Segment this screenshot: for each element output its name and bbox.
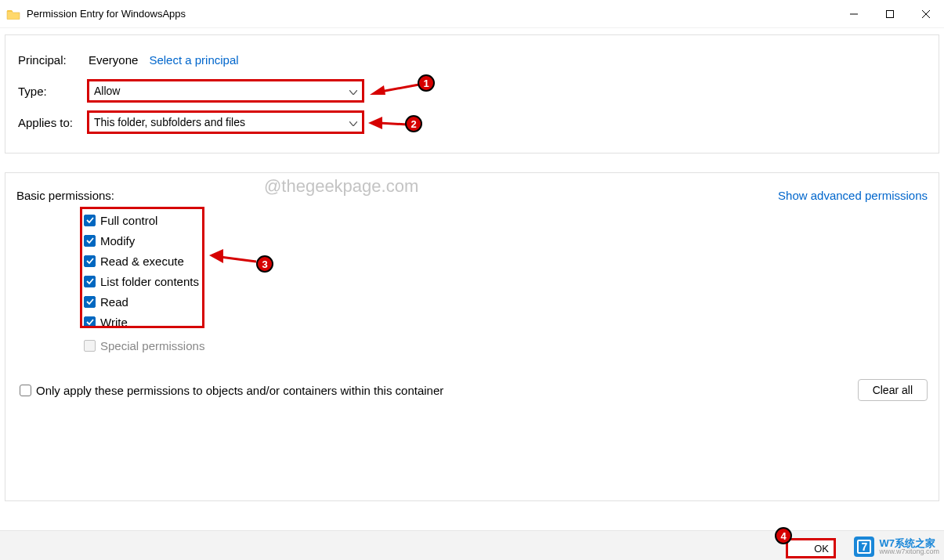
svg-marker-5 [370,85,385,95]
principal-pane: Principal: Everyone Select a principal T… [5,34,939,154]
perm-label: List folder contents [100,275,199,288]
principal-value: Everyone [89,53,138,67]
type-row: Type: Allow 1 [18,79,926,103]
select-principal-link[interactable]: Select a principal [149,53,238,67]
titlebar: Permission Entry for WindowsApps [0,0,944,28]
perm-label: Write [100,316,128,329]
ok-label: OK [814,543,829,555]
perm-full-control: Full control [84,210,928,230]
applies-value: This folder, subfolders and files [94,116,245,128]
folder-icon [6,9,20,20]
close-button[interactable] [908,0,944,28]
ok-button[interactable]: OK [787,540,834,557]
type-dropdown[interactable]: Allow [89,81,363,101]
maximize-button[interactable] [872,0,908,28]
principal-row: Principal: Everyone Select a principal [18,48,926,71]
perm-read: Read [84,291,928,312]
perm-special: Special permissions [84,335,928,356]
brand-logo-icon: 7 [854,537,874,557]
perm-label: Modify [100,234,135,247]
applies-dropdown[interactable]: This folder, subfolders and files [89,112,363,132]
applies-label: Applies to: [18,116,89,129]
perm-label: Read [100,295,128,309]
permissions-header: Basic permissions: Show advanced permiss… [16,189,928,202]
svg-marker-7 [368,117,382,129]
brand-url: www.w7xitong.com [879,548,939,555]
clear-all-button[interactable]: Clear all [858,379,928,401]
checkbox-modify[interactable] [84,235,96,247]
footer-bar: 4 OK 7 W7系统之家 www.w7xitong.com [0,530,944,560]
checkbox-read[interactable] [84,296,96,308]
checkbox-write[interactable] [84,316,96,328]
type-value: Allow [94,85,120,97]
only-apply-label: Only apply these permissions to objects … [36,384,443,397]
svg-line-6 [379,123,407,125]
svg-rect-1 [887,10,894,17]
perm-write: Write [84,312,928,332]
svg-line-4 [381,84,423,92]
checkbox-special [84,340,96,352]
minimize-button[interactable] [836,0,872,28]
type-label: Type: [18,85,89,98]
principal-label: Principal: [18,53,89,67]
applies-row: Applies to: This folder, subfolders and … [18,110,926,134]
badge-1: 1 [418,74,435,92]
chevron-down-icon [349,85,357,97]
perm-modify: Modify [84,230,928,251]
content-area: Principal: Everyone Select a principal T… [0,28,944,501]
checkbox-full-control[interactable] [84,215,96,226]
checkbox-list-folder[interactable] [84,276,96,287]
perm-label: Full control [100,214,157,227]
window-controls [836,0,944,28]
badge-3: 3 [256,255,273,273]
permission-entry-window: Permission Entry for WindowsApps Princip… [0,0,944,560]
perm-label: Special permissions [100,339,204,352]
perm-label: Read & execute [100,255,184,268]
checkbox-only-apply[interactable] [20,385,31,396]
ok-area: 4 OK [787,540,834,557]
chevron-down-icon [349,116,357,128]
show-advanced-link[interactable]: Show advanced permissions [778,189,928,202]
permissions-list: Full control Modify Read & execute List … [84,210,928,356]
window-title: Permission Entry for WindowsApps [27,8,186,20]
checkbox-read-execute[interactable] [84,255,96,267]
basic-permissions-label: Basic permissions: [16,189,114,202]
badge-2: 2 [405,115,422,132]
brand-watermark: 7 W7系统之家 www.w7xitong.com [854,537,939,557]
badge-4: 4 [775,527,792,544]
perm-list-folder: List folder contents [84,271,928,291]
permissions-pane: @thegeekpage.com Basic permissions: Show… [5,172,939,501]
only-apply-row: Only apply these permissions to objects … [20,384,443,397]
perm-read-execute: Read & execute [84,251,928,271]
